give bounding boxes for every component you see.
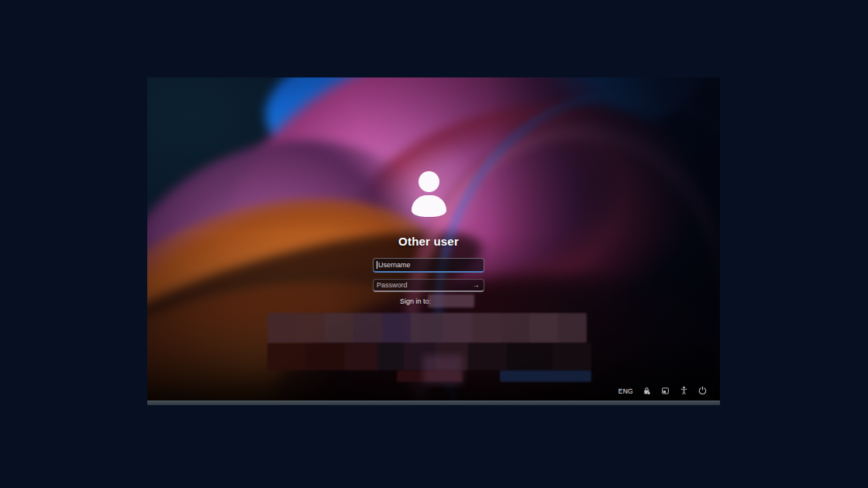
- user-avatar-icon: [412, 195, 446, 217]
- other-user-title: Other user: [351, 235, 506, 248]
- user-avatar-icon: [418, 171, 439, 192]
- redaction-blur-band: [267, 313, 587, 343]
- submit-arrow-button[interactable]: →: [471, 281, 480, 289]
- login-tray: ENG: [618, 386, 708, 396]
- password-input[interactable]: [377, 281, 471, 289]
- lock-icon[interactable]: [642, 386, 652, 396]
- text-caret: [377, 261, 377, 269]
- username-input[interactable]: [378, 261, 480, 269]
- power-icon[interactable]: [698, 386, 708, 396]
- password-field[interactable]: →: [373, 279, 484, 292]
- avatar-glow: [370, 135, 487, 251]
- remote-screen-region: Other user → Sign in to: ENG: [147, 77, 720, 405]
- language-indicator[interactable]: ENG: [618, 387, 633, 395]
- screen-bottom-bar: [147, 400, 720, 405]
- accessibility-icon[interactable]: [679, 386, 689, 396]
- username-field[interactable]: [373, 258, 484, 273]
- network-icon[interactable]: [660, 386, 670, 396]
- redaction-blur-block: [500, 370, 591, 382]
- domain-redaction-blur: [428, 294, 474, 308]
- windows-login-screen: Other user → Sign in to: ENG: [147, 77, 720, 400]
- desktop-backdrop: Other user → Sign in to: ENG: [0, 0, 868, 488]
- sign-in-to-label: Sign in to:: [400, 297, 431, 305]
- redaction-blur-block: [423, 355, 463, 384]
